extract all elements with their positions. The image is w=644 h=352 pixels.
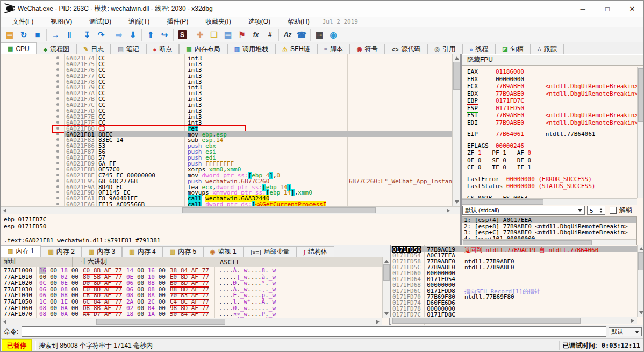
menu-item-4[interactable]: 插件(P): [161, 16, 194, 27]
breakpoint-dot-icon[interactable]: [56, 179, 59, 182]
dump-vscrollbar[interactable]: [382, 257, 390, 318]
dump-hscrollbar[interactable]: [1, 318, 382, 325]
stack-row[interactable]: 0171FD7077B69F80ntdll.77B69F80: [391, 293, 637, 299]
tab-脚本[interactable]: ≡脚本: [317, 44, 350, 55]
bottom-tab-内存 3[interactable]: ▥内存 3: [82, 246, 122, 257]
stack-row[interactable]: 0171FD54A0C17EEA: [391, 252, 637, 258]
calling-convention-select[interactable]: 默认 (stdcall): [462, 206, 585, 215]
argument-count-stepper[interactable]: 5: [587, 206, 605, 215]
register-row[interactable]: EFLAGS 00000246: [467, 142, 637, 150]
disassembly-hscrollbar[interactable]: [1, 206, 461, 214]
breakpoint-dot-icon[interactable]: [56, 68, 59, 71]
breakpoint-dot-icon[interactable]: [56, 162, 59, 164]
dump-col-address[interactable]: 地址: [4, 257, 17, 267]
breakpoint-dot-icon[interactable]: [56, 62, 59, 65]
breakpoint-dot-icon[interactable]: [56, 168, 59, 170]
tab-句柄[interactable]: ◪句柄: [495, 44, 530, 55]
bottom-tab-内存 1[interactable]: ▥内存 1: [1, 245, 41, 257]
bottom-tab-内存 2[interactable]: ▥内存 2: [41, 246, 81, 257]
menu-item-1[interactable]: 视图(V): [45, 16, 77, 27]
register-row[interactable]: ESI 77B9ABE0 <ntdll.DbgUiRemoteBreakin>: [467, 112, 637, 119]
register-row[interactable]: EBX 00000000: [467, 76, 637, 83]
dump-col-hex[interactable]: 十六进制: [81, 257, 107, 267]
bottom-tab-内存 4[interactable]: ▥内存 4: [122, 246, 162, 257]
disasm-row[interactable]: 6AD21F74CCint3: [1, 55, 452, 61]
stack-row[interactable]: 0171FD6C0171FDD8指向SEH_Record[1]的指针: [391, 288, 637, 293]
attach-button[interactable]: ☎: [295, 28, 309, 41]
breakpoint-dot-icon[interactable]: [56, 56, 59, 59]
tab-跟踪[interactable]: ∴跟踪: [531, 44, 564, 55]
execute-till-return-button[interactable]: ⇓: [126, 28, 140, 41]
functions-button[interactable]: fx: [249, 28, 263, 41]
pause-button[interactable]: ‖: [62, 28, 76, 41]
disassembly-vscrollbar[interactable]: [452, 54, 461, 206]
close-button[interactable]: ✕: [620, 1, 644, 17]
tab-源代码[interactable]: <>源代码: [385, 44, 428, 55]
tab-线程[interactable]: »线程: [462, 44, 495, 55]
register-row[interactable]: EDI 77B9ABE0 <ntdll.DbgUiRemoteBreakin>: [467, 119, 637, 127]
minimize-button[interactable]: ─: [570, 1, 595, 17]
disasm-row[interactable]: 6AD21F896A FFpush FFFFFFFF: [1, 160, 452, 166]
menu-item-3[interactable]: 追踪(T): [123, 16, 155, 27]
registers-hscrollbar[interactable]: [462, 198, 637, 205]
bottom-tab-局部变量[interactable]: [x=]局部变量: [244, 246, 297, 257]
disasm-row[interactable]: 6AD21F80C3ret: [1, 125, 452, 131]
strings-button[interactable]: Az: [281, 28, 295, 41]
register-row[interactable]: ESP 0171FD50: [467, 105, 637, 112]
tab-符号[interactable]: ◉符号: [350, 44, 385, 55]
stack-row[interactable]: 0171FD74D60FE6D6: [391, 299, 637, 305]
command-input[interactable]: [22, 326, 606, 337]
breakpoint-dot-icon[interactable]: [56, 80, 59, 83]
breakpoint-dot-icon[interactable]: [56, 150, 59, 153]
bottom-tab-内存 5[interactable]: ▥内存 5: [163, 246, 203, 257]
menu-item-6[interactable]: 选项(O): [243, 16, 276, 27]
help-globe-button[interactable]: ◉: [326, 28, 340, 41]
breakpoint-dot-icon[interactable]: [56, 144, 59, 147]
stack-panel[interactable]: 0171FD5077B9AC19返回到 ntdll.77B9AC19 自 ntd…: [390, 245, 644, 325]
tab-日志[interactable]: ✎日志: [76, 44, 111, 55]
step-out-button[interactable]: ⇑: [144, 28, 158, 41]
disasm-row[interactable]: 6AD21F78CCint3: [1, 78, 452, 84]
disassembly-panel[interactable]: 6AD21F74CCint36AD21F75CCint36AD21F76CCin…: [1, 54, 461, 214]
run-button[interactable]: →: [48, 28, 62, 41]
disasm-row[interactable]: 6AD21F7ECCint3: [1, 113, 452, 119]
dump-row[interactable]: 77AF100016 00 18 00C0 8B AF 7714 00 16 0…: [1, 267, 382, 274]
tab-内存布局[interactable]: ▦内存布局: [179, 44, 227, 55]
run-to-user-code-button[interactable]: ↪: [158, 28, 171, 41]
disasm-row[interactable]: 6AD21F75CCint3: [1, 61, 452, 67]
tab-流程图[interactable]: ♣流程图: [37, 44, 76, 55]
breakpoint-dot-icon[interactable]: [56, 138, 59, 141]
disasm-row[interactable]: 6AD21F77CCint3: [1, 73, 452, 78]
breakpoint-dot-icon[interactable]: [56, 121, 59, 124]
tab-笔记[interactable]: ▤笔记: [111, 44, 146, 55]
breakpoint-dot-icon[interactable]: [56, 185, 59, 188]
register-row[interactable]: CF 0 TF 0 IF 1: [467, 164, 637, 171]
disasm-row[interactable]: 6AD21F9568 60C2776Bpush wechatwin.6B77C2…: [1, 178, 452, 184]
stack-vscrollbar[interactable]: [637, 245, 644, 317]
stack-hscrollbar[interactable]: [390, 317, 637, 324]
disasm-row[interactable]: 6AD21F9D0F1145 ECmovups xmmword ptr ss:[…: [1, 189, 452, 195]
dump-row[interactable]: 77AF104006 00 08 00C8 8D AF 7708 00 0A 0…: [1, 292, 382, 298]
register-row[interactable]: LastError 00000000 (ERROR_SUCCESS): [467, 176, 637, 183]
bottom-tab-结构体[interactable]: ∫结构体: [297, 246, 334, 257]
register-row[interactable]: EAX 01186000: [467, 68, 637, 76]
breakpoint-dot-icon[interactable]: [56, 85, 59, 88]
register-row[interactable]: EDX 77B9ABE0 <ntdll.DbgUiRemoteBreakin>: [467, 90, 637, 98]
registers-vscrollbar[interactable]: [637, 67, 644, 198]
bookmarks-button[interactable]: ⚑: [235, 28, 249, 41]
disasm-row[interactable]: 6AD21F818BECmov ebp,esp: [1, 131, 452, 137]
stack-row[interactable]: 0171FD5877B9ABE0ntdll.77B9ABE0: [391, 258, 637, 264]
maximize-button[interactable]: □: [595, 1, 620, 17]
dump-row[interactable]: 77AF10501C 00 1E 006C 84 AF 772A 00 2C 0…: [1, 298, 382, 305]
register-row[interactable]: ZF 1 PF 1 AF 0: [467, 149, 637, 157]
register-row[interactable]: LastStatus 00000000 (STATUS_SUCCESS): [467, 183, 637, 190]
breakpoint-dot-icon[interactable]: [56, 203, 59, 205]
comments-button[interactable]: ❏: [207, 28, 221, 41]
breakpoint-dot-icon[interactable]: [56, 174, 59, 176]
hash-button[interactable]: #: [263, 28, 277, 41]
argument-row[interactable]: 1: [esp+4] A0C17EEA: [462, 217, 636, 223]
dump-row[interactable]: 77AF107008 00 0A 00A4 D7 AF 7718 00 1A 0…: [1, 311, 382, 317]
title-bar[interactable]: WeChat.exe - PID: 263C - 模块: wechatwin.d…: [1, 1, 644, 17]
disasm-row[interactable]: 6AD21F76CCint3: [1, 67, 452, 73]
stack-row[interactable]: 0171FD7800000000: [391, 305, 637, 311]
